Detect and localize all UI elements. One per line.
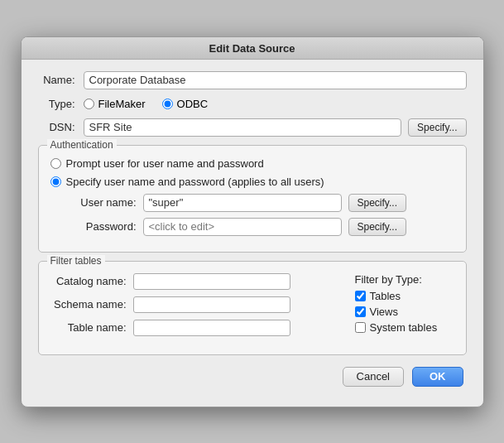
schema-input[interactable]: [133, 296, 290, 313]
catalog-label: Catalog name:: [50, 275, 133, 287]
auth-prompt-row: Prompt user for user name and password: [50, 157, 454, 170]
password-row: Password: Specify...: [69, 218, 454, 236]
filter-fields: Catalog name: Schema name: Table name:: [50, 273, 338, 343]
schema-label: Schema name:: [50, 298, 133, 311]
table-input[interactable]: [133, 320, 290, 336]
system-tables-label[interactable]: System tables: [370, 321, 438, 334]
username-input[interactable]: [143, 194, 342, 212]
tables-label[interactable]: Tables: [370, 290, 401, 302]
username-label: User name:: [69, 196, 143, 209]
system-tables-checkbox[interactable]: [355, 322, 366, 333]
dsn-label: DSN:: [38, 121, 84, 133]
name-input[interactable]: [84, 71, 467, 89]
tables-checkbox-row: Tables: [355, 290, 454, 302]
table-label: Table name:: [50, 321, 133, 334]
filter-tables-section: Filter tables Catalog name: Schema name:…: [38, 261, 467, 355]
type-odbc-label: ODBC: [177, 98, 209, 110]
dsn-row: DSN: Specify...: [38, 118, 467, 137]
authentication-title: Authentication: [47, 139, 117, 151]
type-row: Type: FileMaker ODBC: [38, 98, 467, 110]
type-odbc-option[interactable]: ODBC: [162, 98, 209, 110]
authentication-section: Authentication Prompt user for user name…: [38, 145, 467, 253]
type-filemaker-radio[interactable]: [84, 99, 94, 109]
auth-fields: User name: Specify... Password: Specify.…: [50, 194, 454, 236]
filter-inner: Catalog name: Schema name: Table name: F…: [50, 273, 454, 343]
auth-specify-label[interactable]: Specify user name and password (applies …: [66, 176, 324, 188]
catalog-row: Catalog name:: [50, 273, 338, 290]
tables-checkbox[interactable]: [355, 291, 366, 301]
username-row: User name: Specify...: [69, 194, 454, 212]
system-tables-checkbox-row: System tables: [355, 321, 454, 334]
table-name-row: Table name:: [50, 320, 338, 336]
username-specify-button[interactable]: Specify...: [348, 194, 406, 212]
filter-tables-title: Filter tables: [47, 255, 105, 267]
auth-prompt-radio[interactable]: [50, 158, 61, 169]
title-bar: Edit Data Source: [22, 37, 483, 60]
password-label: Password:: [69, 220, 143, 233]
password-specify-button[interactable]: Specify...: [348, 218, 406, 236]
auth-specify-row: Specify user name and password (applies …: [50, 176, 454, 188]
bottom-buttons: Cancel OK: [38, 367, 467, 395]
dsn-input[interactable]: [84, 118, 402, 137]
auth-prompt-label[interactable]: Prompt user for user name and password: [66, 157, 264, 170]
views-checkbox-row: Views: [355, 306, 454, 318]
type-filemaker-label: FileMaker: [98, 98, 146, 110]
dialog-title: Edit Data Source: [209, 42, 295, 55]
cancel-button[interactable]: Cancel: [343, 367, 404, 387]
type-filemaker-option[interactable]: FileMaker: [84, 98, 146, 110]
password-input[interactable]: [143, 218, 342, 236]
edit-data-source-dialog: Edit Data Source Name: Type: FileMaker O…: [21, 36, 484, 407]
filter-type: Filter by Type: Tables Views System tabl…: [355, 273, 454, 343]
type-label: Type:: [38, 98, 84, 110]
catalog-input[interactable]: [133, 273, 290, 290]
views-label[interactable]: Views: [370, 306, 398, 318]
type-odbc-radio[interactable]: [162, 99, 173, 109]
views-checkbox[interactable]: [355, 306, 366, 317]
ok-button[interactable]: OK: [412, 367, 463, 387]
dsn-specify-button[interactable]: Specify...: [408, 118, 466, 137]
type-radio-group: FileMaker ODBC: [84, 98, 209, 110]
auth-specify-radio[interactable]: [50, 176, 61, 187]
name-label: Name:: [38, 74, 84, 86]
schema-row: Schema name:: [50, 296, 338, 313]
name-row: Name:: [38, 71, 467, 89]
filter-by-type-label: Filter by Type:: [355, 273, 454, 286]
